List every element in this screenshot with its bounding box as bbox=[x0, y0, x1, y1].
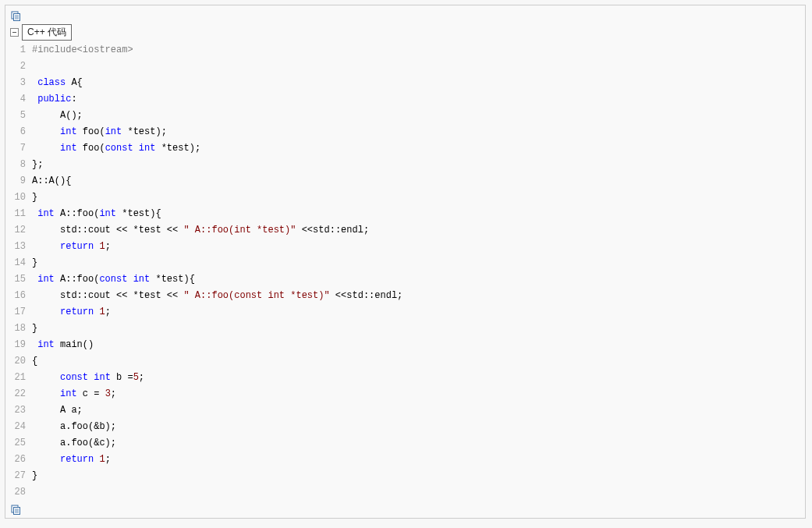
code-text: } bbox=[32, 255, 37, 271]
line-number: 25 bbox=[12, 435, 26, 452]
line-number: 3 bbox=[12, 75, 26, 91]
code-line: 17 return 1; bbox=[12, 304, 800, 321]
code-text: int main() bbox=[32, 337, 94, 353]
code-line: 10} bbox=[12, 190, 800, 206]
code-text: int foo(const int *test); bbox=[32, 140, 200, 157]
line-number: 11 bbox=[12, 206, 26, 222]
line-number: 22 bbox=[12, 386, 26, 402]
bottom-toolbar bbox=[10, 501, 800, 515]
line-number: 1 bbox=[12, 42, 26, 58]
code-body: 1#include<iostream>23 class A{4 public:5… bbox=[10, 42, 800, 501]
copy-icon[interactable] bbox=[10, 504, 21, 515]
code-text: A(); bbox=[32, 108, 83, 124]
language-badge: C++ 代码 bbox=[22, 24, 72, 41]
code-text: std::cout << *test << " A::foo(int *test… bbox=[32, 222, 369, 239]
code-text: public: bbox=[32, 91, 77, 108]
code-header: C++ 代码 bbox=[10, 24, 800, 42]
line-number: 26 bbox=[12, 452, 26, 468]
line-number: 14 bbox=[12, 255, 26, 271]
code-text: return 1; bbox=[32, 452, 111, 468]
code-line: 5 A(); bbox=[12, 108, 800, 124]
code-text: int A::foo(int *test){ bbox=[32, 206, 161, 222]
code-text: a.foo(&b); bbox=[32, 419, 116, 435]
code-line: 23 A a; bbox=[12, 402, 800, 419]
code-text: } bbox=[32, 190, 37, 206]
code-text: } bbox=[32, 468, 37, 484]
line-number: 5 bbox=[12, 108, 26, 124]
line-number: 20 bbox=[12, 353, 26, 370]
code-line: 8}; bbox=[12, 157, 800, 173]
code-line: 15 int A::foo(const int *test){ bbox=[12, 271, 800, 288]
line-number: 9 bbox=[12, 173, 26, 190]
code-line: 6 int foo(int *test); bbox=[12, 124, 800, 140]
code-line: 20{ bbox=[12, 353, 800, 370]
code-line: 21 const int b =5; bbox=[12, 370, 800, 386]
code-text: a.foo(&c); bbox=[32, 435, 116, 452]
code-text: return 1; bbox=[32, 239, 111, 255]
line-number: 27 bbox=[12, 468, 26, 484]
line-number: 12 bbox=[12, 222, 26, 239]
code-line: 22 int c = 3; bbox=[12, 386, 800, 402]
code-line: 18} bbox=[12, 321, 800, 337]
copy-icon[interactable] bbox=[10, 10, 21, 21]
line-number: 16 bbox=[12, 288, 26, 304]
line-number: 18 bbox=[12, 321, 26, 337]
code-text: return 1; bbox=[32, 304, 111, 321]
line-number: 10 bbox=[12, 190, 26, 206]
code-line: 27} bbox=[12, 468, 800, 484]
code-panel: C++ 代码 1#include<iostream>23 class A{4 p… bbox=[5, 5, 806, 519]
code-text: std::cout << *test << " A::foo(const int… bbox=[32, 288, 402, 304]
code-text: }; bbox=[32, 157, 43, 173]
code-line: 1#include<iostream> bbox=[12, 42, 800, 58]
code-line: 4 public: bbox=[12, 91, 800, 108]
code-line: 25 a.foo(&c); bbox=[12, 435, 800, 452]
line-number: 23 bbox=[12, 402, 26, 419]
code-line: 26 return 1; bbox=[12, 452, 800, 468]
code-line: 3 class A{ bbox=[12, 75, 800, 91]
top-toolbar bbox=[10, 9, 800, 24]
code-text: A::A(){ bbox=[32, 173, 71, 190]
line-number: 6 bbox=[12, 124, 26, 140]
code-line: 9A::A(){ bbox=[12, 173, 800, 190]
line-number: 2 bbox=[12, 58, 26, 75]
code-line: 2 bbox=[12, 58, 800, 75]
code-text: int c = 3; bbox=[32, 386, 116, 402]
line-number: 28 bbox=[12, 484, 26, 501]
code-line: 16 std::cout << *test << " A::foo(const … bbox=[12, 288, 800, 304]
line-number: 4 bbox=[12, 91, 26, 108]
line-number: 8 bbox=[12, 157, 26, 173]
code-line: 24 a.foo(&b); bbox=[12, 419, 800, 435]
code-text: int foo(int *test); bbox=[32, 124, 167, 140]
code-text: #include<iostream> bbox=[32, 42, 133, 58]
line-number: 21 bbox=[12, 370, 26, 386]
code-line: 11 int A::foo(int *test){ bbox=[12, 206, 800, 222]
line-number: 15 bbox=[12, 271, 26, 288]
code-line: 19 int main() bbox=[12, 337, 800, 353]
code-text: A a; bbox=[32, 402, 83, 419]
line-number: 19 bbox=[12, 337, 26, 353]
code-line: 7 int foo(const int *test); bbox=[12, 140, 800, 157]
line-number: 24 bbox=[12, 419, 26, 435]
line-number: 17 bbox=[12, 304, 26, 321]
code-text: int A::foo(const int *test){ bbox=[32, 271, 195, 288]
code-line: 28 bbox=[12, 484, 800, 501]
code-line: 12 std::cout << *test << " A::foo(int *t… bbox=[12, 222, 800, 239]
code-text: class A{ bbox=[32, 75, 83, 91]
collapse-toggle-icon[interactable] bbox=[10, 28, 19, 37]
code-text: const int b =5; bbox=[32, 370, 144, 386]
line-number: 13 bbox=[12, 239, 26, 255]
line-number: 7 bbox=[12, 140, 26, 157]
code-text: } bbox=[32, 321, 37, 337]
code-line: 13 return 1; bbox=[12, 239, 800, 255]
code-line: 14} bbox=[12, 255, 800, 271]
code-text: { bbox=[32, 353, 37, 370]
